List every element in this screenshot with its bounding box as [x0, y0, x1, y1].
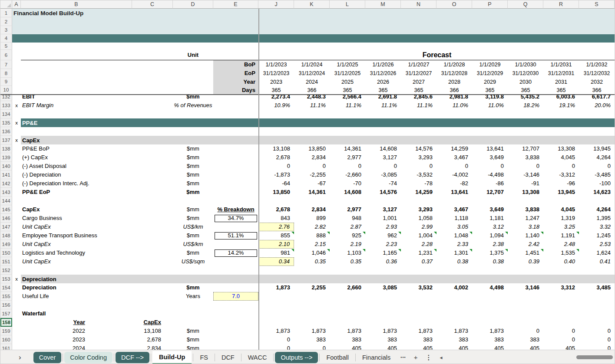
cell-E152[interactable] — [213, 266, 258, 275]
cell-O150[interactable]: 1,301 — [436, 249, 472, 257]
cell-A134[interactable] — [12, 110, 21, 118]
cell-P7[interactable]: 1/1/2029 — [472, 60, 508, 69]
cell-B154[interactable]: Depreciation — [21, 283, 132, 292]
cell-K156[interactable] — [294, 301, 330, 309]
cell-M136[interactable] — [365, 127, 401, 136]
cell-P150[interactable]: 1,375 — [472, 249, 508, 257]
cell-O8[interactable]: 31/12/2028 — [436, 69, 472, 78]
row-header-154[interactable]: 154 — [0, 283, 12, 292]
cell-J9[interactable]: 2023 — [258, 78, 294, 86]
cell-O145[interactable]: 3,467 — [436, 205, 472, 214]
cell-N144[interactable] — [401, 197, 436, 205]
cell-J139[interactable]: 2,678 — [258, 153, 294, 162]
cell-C145[interactable] — [132, 205, 173, 214]
row-header-8[interactable]: 8 — [0, 69, 12, 78]
cell-J141[interactable]: -1,873 — [258, 171, 294, 179]
cell-L143[interactable]: 14,608 — [330, 188, 365, 197]
cell-S144[interactable] — [579, 197, 615, 205]
row-header-138[interactable]: 138 — [0, 144, 12, 153]
row-header-137[interactable]: 137 — [0, 136, 12, 144]
cell-Q145[interactable]: 3,838 — [508, 205, 543, 214]
cell-A155[interactable] — [12, 292, 21, 301]
cell-D8[interactable] — [173, 69, 213, 78]
cell-M156[interactable] — [365, 301, 401, 309]
cell-D150[interactable]: $mm — [173, 249, 213, 257]
cell-D138[interactable]: $mm — [173, 144, 213, 153]
cell-N146[interactable]: 1,058 — [401, 214, 436, 223]
cell-Q9[interactable]: 2030 — [508, 78, 543, 86]
cell-K159[interactable]: 1,873 — [294, 327, 330, 335]
cell-M151[interactable]: 0.36 — [365, 257, 401, 266]
cell-E140[interactable] — [213, 162, 258, 171]
cell-P156[interactable] — [472, 301, 508, 309]
cell-N133[interactable]: 11.1% — [401, 101, 436, 110]
section-banner-pp-e[interactable]: PP&E — [21, 118, 615, 127]
col-header-P[interactable]: P — [472, 0, 508, 9]
sheet-nav-next-icon[interactable]: › — [19, 353, 21, 362]
cell-B141[interactable]: (-) Depreciation — [21, 171, 132, 179]
cell-E141[interactable] — [213, 171, 258, 179]
cell-K133[interactable]: 11.1% — [294, 101, 330, 110]
cell-N151[interactable]: 0.37 — [401, 257, 436, 266]
row-header-6[interactable]: 6 — [0, 50, 12, 60]
col-header-R[interactable]: R — [543, 0, 579, 9]
cell-D132[interactable]: $mm — [173, 95, 213, 101]
cell-C152[interactable] — [132, 266, 173, 275]
cell-L132[interactable]: 2,566.4 — [330, 95, 365, 101]
cell-A146[interactable] — [12, 214, 21, 223]
cell-O142[interactable]: -82 — [436, 179, 472, 188]
cell-E146[interactable]: 34.7% — [213, 214, 258, 223]
cell-Q146[interactable]: 1,247 — [508, 214, 543, 223]
cell-R9[interactable]: 2031 — [543, 78, 579, 86]
cell-D136[interactable] — [173, 127, 213, 136]
cell-C9[interactable] — [132, 78, 173, 86]
cell-D154[interactable]: $mm — [173, 283, 213, 292]
cell-S147[interactable]: 3.32 — [579, 223, 615, 231]
cell-C146[interactable] — [132, 214, 173, 223]
cell-P148[interactable]: 1,094 — [472, 231, 508, 240]
cell-E151[interactable] — [213, 257, 258, 266]
cell-A160[interactable] — [12, 335, 21, 344]
cell-D151[interactable]: US$/sqm — [173, 257, 213, 266]
cell-D145[interactable]: $mm — [173, 205, 213, 214]
cell-M154[interactable]: 3,085 — [365, 283, 401, 292]
cell-C6[interactable] — [132, 50, 173, 60]
cell-P145[interactable]: 3,649 — [472, 205, 508, 214]
cell-N140[interactable]: 0 — [401, 162, 436, 171]
row-header-159[interactable]: 159 — [0, 327, 12, 335]
cell-B147[interactable]: Unit CapEx — [21, 223, 132, 231]
cell-B138[interactable]: PP&E BoP — [21, 144, 132, 153]
cell-K7[interactable]: 1/1/2024 — [294, 60, 330, 69]
cell-Q147[interactable]: 3.18 — [508, 223, 543, 231]
tab-fs[interactable]: FS — [195, 352, 213, 363]
cell-E134[interactable] — [213, 110, 258, 118]
cell-D152[interactable] — [173, 266, 213, 275]
cell-K148[interactable]: 888 — [294, 231, 330, 240]
row-header-149[interactable]: 149 — [0, 240, 12, 249]
cell-Q150[interactable]: 1,451 — [508, 249, 543, 257]
cell-P151[interactable]: 0.38 — [472, 257, 508, 266]
cell-R136[interactable] — [543, 127, 579, 136]
cell-A151[interactable] — [12, 257, 21, 266]
cell-A143[interactable] — [12, 188, 21, 197]
col-header-O[interactable]: O — [436, 0, 472, 9]
cell-B152[interactable] — [21, 266, 132, 275]
cell-E133[interactable] — [213, 101, 258, 110]
cell-O136[interactable] — [436, 127, 472, 136]
row-header-5[interactable]: 5 — [0, 43, 12, 50]
cell-D133[interactable]: % of Revenues — [173, 101, 213, 110]
row-header-142[interactable]: 142 — [0, 179, 12, 188]
cell-A153[interactable]: x — [12, 275, 21, 283]
cell-L144[interactable] — [330, 197, 365, 205]
tab-outputs[interactable]: Outputs --> — [275, 352, 318, 363]
cell-R150[interactable]: 1,535 — [543, 249, 579, 257]
cell-M144[interactable] — [365, 197, 401, 205]
cell-K138[interactable]: 13,850 — [294, 144, 330, 153]
cell-N136[interactable] — [401, 127, 436, 136]
cell-E158[interactable] — [213, 318, 258, 327]
cell-L146[interactable]: 948 — [330, 214, 365, 223]
col-header-B[interactable]: B — [21, 0, 132, 9]
cell-K8[interactable]: 31/12/2024 — [294, 69, 330, 78]
cell-C136[interactable] — [132, 127, 173, 136]
cell-O146[interactable]: 1,118 — [436, 214, 472, 223]
